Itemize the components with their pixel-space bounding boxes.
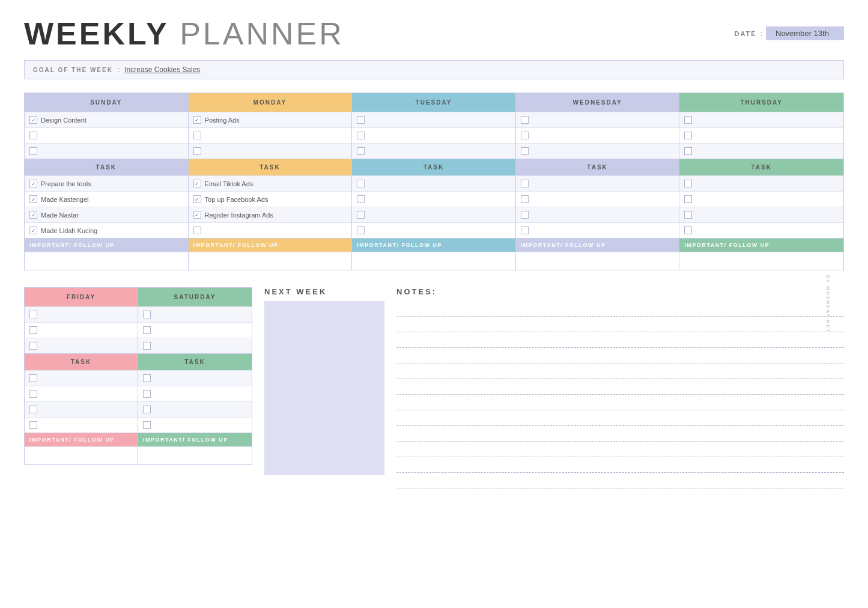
sunday-check-0[interactable]: ✓: [29, 116, 37, 124]
goal-text[interactable]: Increase Cookies Sales: [124, 65, 200, 74]
saturday-task-check-0[interactable]: □: [143, 374, 151, 382]
tuesday-task-check-0[interactable]: □: [357, 180, 365, 187]
note-line-5[interactable]: [396, 363, 844, 379]
monday-check-0[interactable]: ✓: [193, 116, 201, 124]
tuesday-check-1[interactable]: □: [357, 132, 365, 139]
monday-task-text-1[interactable]: Top up Facebook Ads: [205, 196, 269, 203]
sunday-task-1: ✓ Made Kastengel: [25, 191, 188, 207]
day-col-sunday: SUNDAY ✓ Design Content □ □ TASK ✓ Prepa…: [25, 93, 189, 270]
monday-task-text-0[interactable]: Email Tiktok Ads: [205, 180, 253, 187]
wednesday-followup[interactable]: [516, 252, 679, 270]
title-bold: WEEKLY: [24, 16, 169, 51]
tuesday-task-check-3[interactable]: □: [357, 226, 365, 234]
saturday-task-check-3[interactable]: □: [143, 421, 151, 429]
note-line-9[interactable]: [396, 426, 844, 442]
sunday-followup[interactable]: [25, 252, 188, 270]
date-value[interactable]: November 13th: [766, 26, 844, 40]
thursday-check-0[interactable]: □: [684, 116, 692, 124]
note-line-8[interactable]: [396, 410, 844, 426]
sunday-task-check-1[interactable]: ✓: [29, 195, 37, 203]
note-line-7[interactable]: [396, 395, 844, 410]
note-line-10[interactable]: [396, 442, 844, 457]
note-line-4[interactable]: [396, 348, 844, 363]
sunday-schedule-2: □: [25, 143, 188, 159]
thursday-task-check-2[interactable]: □: [684, 211, 692, 219]
saturday-task-0: □: [138, 370, 252, 386]
tuesday-task-1: □: [352, 191, 515, 207]
goal-bar: GOAL OF THE WEEK : Increase Cookies Sale…: [24, 60, 844, 79]
sunday-header: SUNDAY: [25, 93, 188, 112]
thursday-task-check-3[interactable]: □: [684, 226, 692, 234]
note-line-11[interactable]: [396, 457, 844, 473]
tuesday-task-check-1[interactable]: □: [357, 195, 365, 203]
thursday-schedule-1: □: [679, 127, 843, 143]
sunday-text-0[interactable]: Design Content: [41, 117, 86, 124]
friday-followup[interactable]: [25, 446, 138, 464]
sunday-task-check-3[interactable]: ✓: [29, 226, 37, 234]
wednesday-check-2[interactable]: □: [521, 147, 529, 155]
friday-task-2: □: [25, 401, 138, 417]
monday-task-check-1[interactable]: ✓: [193, 195, 201, 203]
saturday-check-1[interactable]: □: [143, 326, 151, 334]
sunday-task-text-0[interactable]: Prepare the tools: [41, 180, 91, 187]
note-line-12[interactable]: [396, 473, 844, 488]
thursday-schedule-2: □: [679, 143, 843, 159]
friday-check-1[interactable]: □: [29, 326, 37, 334]
wednesday-task-check-1[interactable]: □: [521, 195, 529, 203]
wednesday-check-0[interactable]: □: [521, 116, 529, 124]
wednesday-schedule-2: □: [516, 143, 679, 159]
monday-task-check-3[interactable]: □: [193, 226, 201, 234]
friday-task-check-2[interactable]: □: [29, 406, 37, 413]
wednesday-check-1[interactable]: □: [521, 132, 529, 139]
wednesday-task-check-0[interactable]: □: [521, 180, 529, 187]
saturday-task-check-1[interactable]: □: [143, 390, 151, 398]
thursday-task-check-0[interactable]: □: [684, 180, 692, 187]
sunday-task-text-2[interactable]: Made Nastar: [41, 211, 79, 219]
goal-colon: :: [118, 65, 120, 74]
monday-check-2[interactable]: □: [193, 147, 201, 155]
sunday-schedule-0: ✓ Design Content: [25, 112, 188, 127]
notes-title: NOTES:: [396, 287, 844, 296]
sunday-task-text-3[interactable]: Made Lidah Kucing: [41, 227, 97, 234]
saturday-check-2[interactable]: □: [143, 342, 151, 350]
note-line-1[interactable]: [396, 301, 844, 317]
friday-check-2[interactable]: □: [29, 342, 37, 350]
friday-task-check-3[interactable]: □: [29, 421, 37, 429]
monday-text-0[interactable]: Posting Ads: [205, 117, 240, 124]
saturday-check-0[interactable]: □: [143, 311, 151, 318]
sunday-task-check-0[interactable]: ✓: [29, 180, 37, 187]
sunday-task-check-2[interactable]: ✓: [29, 211, 37, 219]
note-line-6[interactable]: [396, 379, 844, 395]
monday-important: IMPORTANT/ FOLLOW UP: [189, 238, 352, 252]
sunday-schedule-1: □: [25, 127, 188, 143]
monday-check-1[interactable]: □: [193, 132, 201, 139]
saturday-task-check-2[interactable]: □: [143, 406, 151, 413]
tuesday-followup[interactable]: [352, 252, 515, 270]
thursday-task-check-1[interactable]: □: [684, 195, 692, 203]
sunday-check-1[interactable]: □: [29, 132, 37, 139]
sunday-check-2[interactable]: □: [29, 147, 37, 155]
thursday-check-2[interactable]: □: [684, 147, 692, 155]
friday-task-header: TASK: [25, 353, 138, 370]
saturday-followup[interactable]: [138, 446, 252, 464]
sunday-task-text-1[interactable]: Made Kastengel: [41, 196, 89, 203]
wednesday-task-check-2[interactable]: □: [521, 211, 529, 219]
tuesday-check-2[interactable]: □: [357, 147, 365, 155]
next-week-area[interactable]: [264, 301, 384, 475]
note-line-3[interactable]: [396, 332, 844, 348]
tuesday-check-0[interactable]: □: [357, 116, 365, 124]
thursday-followup[interactable]: [679, 252, 843, 270]
friday-task-check-1[interactable]: □: [29, 390, 37, 398]
tuesday-task-check-2[interactable]: □: [357, 211, 365, 219]
note-line-2[interactable]: [396, 317, 844, 332]
monday-task-text-2[interactable]: Register Instagram Ads: [205, 211, 273, 219]
friday-check-0[interactable]: □: [29, 311, 37, 318]
tuesday-header: TUESDAY: [352, 93, 515, 112]
friday-task-check-0[interactable]: □: [29, 374, 37, 382]
monday-task-check-2[interactable]: ✓: [193, 211, 201, 219]
monday-followup[interactable]: [189, 252, 352, 270]
monday-task-check-0[interactable]: ✓: [193, 180, 201, 187]
thursday-check-1[interactable]: □: [684, 132, 692, 139]
wednesday-task-check-3[interactable]: □: [521, 226, 529, 234]
monday-schedule-0: ✓ Posting Ads: [189, 112, 352, 127]
